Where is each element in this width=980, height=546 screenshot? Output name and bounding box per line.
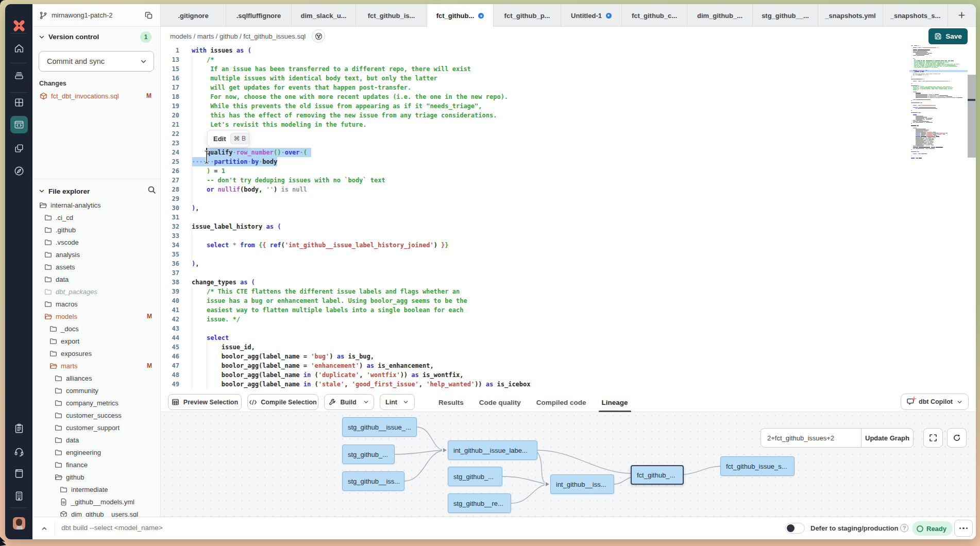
lint-button[interactable]: Lint <box>380 394 415 410</box>
rail-item-support[interactable] <box>5 441 32 462</box>
lineage-node-int_github__iss[interactable]: int_github__iss... <box>550 474 614 494</box>
tree-item-macros[interactable]: macros <box>32 298 160 310</box>
refresh-button[interactable] <box>947 428 967 448</box>
rail-item-clipboard[interactable] <box>5 418 32 439</box>
defer-toggle[interactable] <box>785 523 805 534</box>
file-tab-.sqlfluffignore[interactable]: .sqlfluffignore <box>226 4 292 27</box>
tree-item-customer_support[interactable]: customer_support <box>32 421 160 434</box>
lineage-node-stg_github__re[interactable]: stg_github__re... <box>448 493 511 513</box>
file-tab-_snapshots.yml[interactable]: _snapshots.yml <box>818 4 883 27</box>
result-tab-Lineage[interactable]: Lineage <box>602 393 628 412</box>
tree-item-finance[interactable]: finance <box>32 458 160 471</box>
file-tab-fct_github_is...[interactable]: fct_github_is... <box>356 4 427 27</box>
rail-item-home[interactable] <box>5 38 32 59</box>
view-lineage-icon[interactable] <box>312 29 325 43</box>
tree-item-analysis[interactable]: analysis <box>32 248 160 261</box>
file-tab-.gitignore[interactable]: .gitignore <box>161 4 226 27</box>
lineage-selector-input[interactable] <box>761 429 861 447</box>
expand-command-bar-icon[interactable] <box>39 523 50 534</box>
result-tab-Compiled code[interactable]: Compiled code <box>536 393 586 412</box>
tree-item-.vscode[interactable]: .vscode <box>32 236 160 248</box>
tree-item-.ci_cd[interactable]: .ci_cd <box>32 211 160 224</box>
lineage-node-stg_github_[interactable]: stg_github_... <box>448 467 502 486</box>
help-icon[interactable]: ? <box>900 524 908 532</box>
scrollbar-thumb[interactable] <box>968 75 976 158</box>
tree-item-intermediate[interactable]: intermediate <box>32 483 160 496</box>
tree-item-label: data <box>66 436 160 444</box>
file-search-icon[interactable] <box>147 185 156 196</box>
file-tab-dim_github_...[interactable]: dim_github_... <box>687 4 753 27</box>
build-button[interactable]: Build <box>324 394 374 410</box>
tree-item-customer_success[interactable]: customer_success <box>32 409 160 421</box>
rail-item-develop[interactable] <box>5 114 32 135</box>
file-tab-fct_github_p...[interactable]: fct_github_p... <box>494 4 561 27</box>
file-explorer-header[interactable]: File explorer <box>32 184 160 198</box>
dbt-copilot-button[interactable]: dbt Copilot <box>901 394 969 410</box>
minimap-line <box>926 63 930 63</box>
tree-item-assets[interactable]: assets <box>32 261 160 273</box>
lineage-node-stg_github__iss[interactable]: stg_github__iss... <box>342 471 404 491</box>
code-line-44: select <box>192 333 531 343</box>
more-options-button[interactable] <box>954 520 973 537</box>
tree-item-data[interactable]: data <box>32 434 160 446</box>
minimap-line <box>929 95 936 96</box>
tree-item-data[interactable]: data <box>32 273 160 285</box>
file-tab-_snapshots_s...[interactable]: _snapshots_s... <box>883 4 948 27</box>
edit-popover[interactable]: Edit ⌘ B <box>207 130 249 147</box>
code-editor[interactable]: 1131516171819202122232425262728293031323… <box>161 45 976 393</box>
update-graph-button[interactable]: Update Graph <box>861 429 913 447</box>
rail-item-orchestrate[interactable] <box>5 138 32 159</box>
defer-label: Defer to staging/production <box>810 524 898 532</box>
editor-scrollbar[interactable] <box>968 45 976 393</box>
rail-item-explore[interactable] <box>5 161 32 181</box>
file-tab-fct_github_c...[interactable]: fct_github_c... <box>622 4 687 27</box>
copy-branch-icon[interactable] <box>145 11 153 20</box>
tree-item-community[interactable]: community <box>32 384 160 397</box>
minimap-line <box>945 66 949 66</box>
lineage-node-fct_github_issue_s[interactable]: fct_github_issue_s... <box>720 456 795 476</box>
changed-file-row[interactable]: fct_dbt_invocations.sql M <box>32 90 160 102</box>
preview-selection-button[interactable]: Preview Selection <box>168 394 242 410</box>
tree-item-_docs[interactable]: _docs <box>32 322 160 335</box>
rail-item-grid[interactable] <box>5 92 32 113</box>
tree-item-export[interactable]: export <box>32 335 160 347</box>
tree-item-_github__models.yml[interactable]: _github__models.yml <box>32 496 160 508</box>
rail-item-docs[interactable] <box>5 463 32 484</box>
user-avatar[interactable] <box>13 517 25 530</box>
result-tab-Results[interactable]: Results <box>438 393 464 412</box>
tree-item-company_metrics[interactable]: company_metrics <box>32 397 160 409</box>
tree-item-alliances[interactable]: alliances <box>32 372 160 384</box>
tree-item-exposures[interactable]: exposures <box>32 347 160 360</box>
file-tab-dim_slack_u...[interactable]: dim_slack_u... <box>292 4 356 27</box>
edit-popover-label: Edit <box>213 135 226 143</box>
compile-selection-button[interactable]: Compile Selection <box>247 394 318 410</box>
commit-and-sync-dropdown[interactable]: Commit and sync <box>39 51 154 72</box>
rail-item-stack[interactable] <box>5 65 32 86</box>
tree-item-.github[interactable]: .github <box>32 224 160 236</box>
chevron-down-icon <box>363 399 369 405</box>
tree-item-engineering[interactable]: engineering <box>32 446 160 458</box>
file-tab-fct_github...[interactable]: fct_github... <box>427 4 494 27</box>
lineage-node-stg_github__issue_[interactable]: stg_github__issue_... <box>342 417 417 437</box>
result-tab-Code quality[interactable]: Code quality <box>479 393 521 412</box>
tree-item-marts[interactable]: martsM <box>32 360 160 372</box>
file-tab-Untitled-1[interactable]: Untitled-1 <box>561 4 622 27</box>
new-tab-button[interactable] <box>948 4 976 26</box>
tree-item-internal-analytics[interactable]: internal-analytics <box>32 199 160 211</box>
lineage-node-fct_github_[interactable]: fct_github_... <box>631 465 684 485</box>
lineage-node-int_github__issue_labe[interactable]: int_github__issue_labe... <box>448 440 537 460</box>
fullscreen-button[interactable] <box>923 428 943 448</box>
version-control-header[interactable]: Version control <box>38 33 99 41</box>
tree-item-dbt_packages[interactable]: dbt_packages <box>32 285 160 298</box>
tree-item-github[interactable]: github <box>32 471 160 483</box>
tree-item-models[interactable]: modelsM <box>32 310 160 322</box>
minimap[interactable] <box>909 45 968 393</box>
minimap-line <box>934 62 937 62</box>
rail-item-organization[interactable] <box>5 486 32 506</box>
tree-item-dim_github__users.sql[interactable]: dim_github__users.sql <box>32 508 160 517</box>
command-input[interactable]: dbt build --select <model_name> <box>61 524 163 532</box>
file-tab-stg_github__...[interactable]: stg_github__... <box>753 4 818 27</box>
minimap-line <box>928 96 929 97</box>
save-button[interactable]: Save <box>928 28 968 44</box>
lineage-node-stg_github_[interactable]: stg_github_... <box>342 445 395 464</box>
